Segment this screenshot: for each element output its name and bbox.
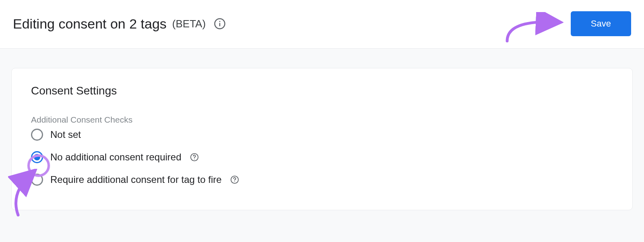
content-area: Consent Settings Additional Consent Chec… (0, 49, 644, 242)
radio-group-consent: Not set No additional consent required (31, 129, 613, 186)
radio-icon (31, 129, 43, 141)
radio-option-not-set[interactable]: Not set (31, 129, 613, 141)
radio-option-no-additional[interactable]: No additional consent required (31, 151, 613, 163)
help-icon[interactable] (230, 175, 239, 185)
section-label: Additional Consent Checks (31, 115, 613, 125)
consent-settings-card: Consent Settings Additional Consent Chec… (11, 68, 633, 210)
radio-label: Not set (50, 129, 81, 140)
svg-point-6 (234, 181, 235, 182)
info-icon[interactable] (213, 17, 227, 31)
radio-label: Require additional consent for tag to fi… (50, 174, 222, 185)
save-button[interactable]: Save (571, 11, 631, 36)
radio-option-require-additional[interactable]: Require additional consent for tag to fi… (31, 174, 613, 186)
title-group: Editing consent on 2 tags (BETA) (13, 16, 227, 32)
beta-badge: (BETA) (172, 18, 206, 30)
radio-icon (31, 151, 43, 163)
svg-point-4 (194, 159, 195, 160)
page-header: Editing consent on 2 tags (BETA) Save (0, 0, 644, 49)
help-icon[interactable] (190, 152, 199, 162)
card-title: Consent Settings (31, 84, 613, 97)
page-title: Editing consent on 2 tags (13, 16, 167, 32)
radio-icon (31, 174, 43, 186)
radio-label: No additional consent required (50, 152, 182, 163)
svg-point-2 (219, 21, 221, 22)
